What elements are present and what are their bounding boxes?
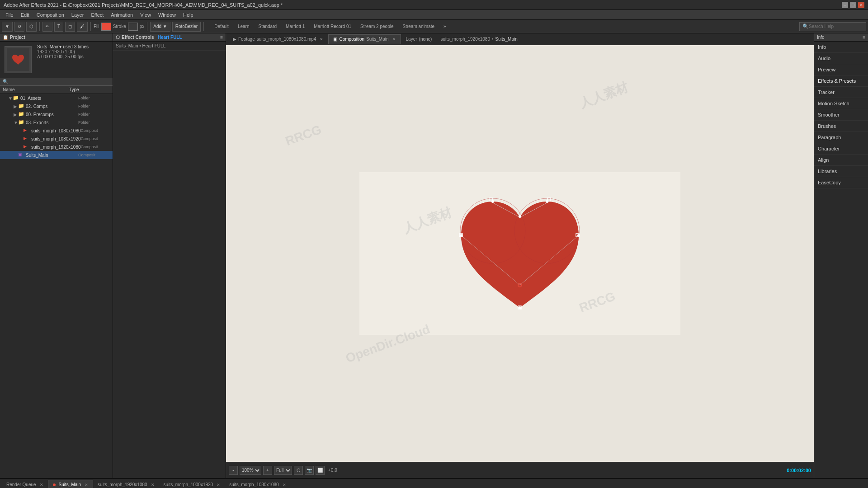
stroke-color-swatch[interactable]	[128, 23, 138, 31]
viewer-zoom-out[interactable]: -	[229, 466, 238, 475]
maximize-button[interactable]: □	[850, 2, 856, 8]
project-item-comps[interactable]: ▶ 02. Comps Folder	[0, 102, 113, 110]
menu-effect[interactable]: Effect	[87, 11, 107, 19]
project-search-input[interactable]	[0, 78, 113, 86]
panel-item-brushes[interactable]: Brushes	[814, 121, 868, 132]
morph1000-tab-close[interactable]: ✕	[217, 483, 220, 487]
ws-stream2[interactable]: Stream 2 people	[356, 23, 397, 30]
panel-item-info[interactable]: Info	[814, 42, 868, 53]
minimize-button[interactable]: –	[842, 2, 848, 8]
viewer-fit-button[interactable]: ⬡	[294, 466, 303, 475]
menu-composition[interactable]: Composition	[33, 11, 68, 19]
project-item-morph1[interactable]: suits_morph_1080x1080 Composit	[0, 127, 113, 135]
viewer-tab-footage[interactable]: ▶ Footage suits_morph_1080x1080.mp4 ✕	[228, 34, 328, 44]
panel-item-motion-sketch[interactable]: Motion Sketch	[814, 98, 868, 109]
panel-item-tracker[interactable]: Tracker	[814, 87, 868, 98]
panel-item-align[interactable]: Align	[814, 155, 868, 166]
breadcrumb-root[interactable]: suits_morph_1920x1080	[440, 37, 490, 42]
search-area[interactable]: 🔍	[799, 22, 866, 31]
toolbar-separator-2	[90, 22, 91, 31]
project-item-morph2[interactable]: suits_morph_1080x1920 Composit	[0, 135, 113, 143]
tool-text[interactable]: T	[54, 22, 63, 32]
panel-item-easecopy[interactable]: EaseCopy	[814, 177, 868, 188]
menu-window[interactable]: Window	[155, 11, 179, 19]
footage-tab-close[interactable]: ✕	[320, 37, 323, 42]
project-item-suits-main[interactable]: Suits_Main Composit	[0, 151, 113, 159]
menu-layer[interactable]: Layer	[68, 11, 88, 19]
project-item-morph3[interactable]: suits_morph_1920x1080 Composit	[0, 143, 113, 151]
tool-pen[interactable]: ✏	[42, 22, 52, 32]
effects-panel-header: ⬡ Effect Controls Heart FULL ≡	[113, 33, 226, 42]
viewer-region-button[interactable]: ⬜	[316, 466, 325, 475]
tool-select[interactable]: ▼	[2, 22, 13, 32]
menu-file[interactable]: File	[2, 11, 17, 19]
tool-camera[interactable]: ⬡	[26, 22, 37, 32]
panel-item-character[interactable]: Character	[814, 143, 868, 155]
morph1920-tab-close[interactable]: ✕	[151, 483, 155, 487]
tool-rotation[interactable]: ↺	[14, 22, 24, 32]
right-panel-menu[interactable]: ≡	[863, 35, 865, 40]
ws-marriott-record[interactable]: Marriott Record 01	[310, 23, 355, 30]
composition-tab-close[interactable]: ✕	[392, 37, 396, 42]
tool-paint[interactable]: 🖌	[77, 22, 88, 32]
menu-help[interactable]: Help	[179, 11, 197, 19]
svg-point-16	[519, 306, 521, 309]
menu-view[interactable]: View	[137, 11, 155, 19]
suits-main-tab-close[interactable]: ✕	[85, 483, 88, 487]
render-queue-tab-close[interactable]: ✕	[40, 483, 43, 487]
project-item-assets[interactable]: ▼ 01. Assets Folder	[0, 94, 113, 102]
panel-item-audio[interactable]: Audio	[814, 53, 868, 64]
ws-learn[interactable]: Learn	[234, 23, 254, 30]
panel-item-paragraph[interactable]: Paragraph	[814, 132, 868, 143]
bottom-area: Render Queue ✕ Suits_Main ✕ suits_morph_…	[0, 478, 868, 488]
ws-stream-anim[interactable]: Stream animate	[399, 23, 439, 30]
effects-icon: ⬡	[116, 35, 120, 40]
panel-item-preview[interactable]: Preview	[814, 64, 868, 75]
right-panel-title: Info	[817, 35, 825, 40]
morph1080-tab-close[interactable]: ✕	[283, 483, 286, 487]
viewer-zoom-in[interactable]: +	[263, 466, 272, 475]
ws-standard[interactable]: Standard	[254, 23, 281, 30]
rotobezier-button[interactable]: RotoBezier	[172, 22, 201, 32]
panel-item-effects-presets[interactable]: Effects & Presets	[814, 75, 868, 87]
ws-default[interactable]: Default	[210, 23, 233, 30]
tl-tab-render-queue[interactable]: Render Queue ✕	[2, 480, 48, 488]
toolbar-separator-3	[147, 22, 147, 31]
project-time-info: Δ 0:00:10:00, 25.00 fps	[37, 54, 89, 59]
viewer-timecode: 0:00:02:00	[787, 468, 811, 473]
project-info: Suits_Main▾ used 3 times 1920 x 1920 (1.…	[34, 43, 91, 76]
toolbar-separator	[39, 22, 40, 31]
viewer-zoom-select[interactable]: 100% 50% 200%	[240, 466, 261, 475]
close-button[interactable]: ✕	[858, 2, 864, 8]
ws-more[interactable]: »	[439, 23, 450, 30]
fill-color-swatch[interactable]	[101, 23, 111, 31]
menu-edit[interactable]: Edit	[17, 11, 33, 19]
effects-panel: ⬡ Effect Controls Heart FULL ≡ Suits_Mai…	[113, 33, 226, 478]
watermark-4: 人人素材	[577, 79, 631, 112]
effects-menu-btn[interactable]: ≡	[220, 35, 223, 40]
tl-tab-suits-main[interactable]: Suits_Main ✕	[48, 480, 93, 488]
project-col-type: Type	[69, 87, 101, 92]
tl-tab-morph-1000x1920[interactable]: suits_morph_1000x1920 ✕	[159, 480, 225, 488]
tl-tab-morph-868x488[interactable]: suits_morph_1920x1080 ✕	[93, 480, 159, 488]
viewer-snapshot-button[interactable]: 📷	[305, 466, 314, 475]
effects-comp-name: Heart FULL	[158, 35, 182, 40]
viewer-tab-composition[interactable]: ▣ Composition Suits_Main ✕	[328, 34, 401, 44]
project-item-exports[interactable]: ▼ 03. Exports Folder	[0, 118, 113, 127]
search-input[interactable]	[809, 24, 863, 29]
watermark-1: RRCG	[283, 122, 323, 149]
project-list: ▼ 01. Assets Folder ▶ 02. Comps Folder ▶…	[0, 94, 113, 478]
viewer-quality-select[interactable]: Full Half	[274, 466, 292, 475]
tool-shape[interactable]: ◻	[65, 22, 75, 32]
right-panel: Info ≡ Info Audio Preview Effects & Pres…	[814, 33, 868, 478]
ws-marriott1[interactable]: Marriott 1	[282, 23, 309, 30]
project-item-precomps[interactable]: ▶ 00. Precomps Folder	[0, 110, 113, 118]
heart-shape-svg	[448, 177, 592, 330]
viewer-tab-layer[interactable]: Layer (none)	[401, 34, 437, 44]
panel-item-libraries[interactable]: Libraries	[814, 166, 868, 177]
tl-tab-morph-1080x1080[interactable]: suits_morph_1080x1080 ✕	[225, 480, 291, 488]
layer-tab-name: (none)	[419, 37, 432, 42]
menu-animation[interactable]: Animation	[107, 11, 137, 19]
add-button[interactable]: Add ▼	[150, 22, 170, 32]
panel-item-smoother[interactable]: Smoother	[814, 109, 868, 121]
